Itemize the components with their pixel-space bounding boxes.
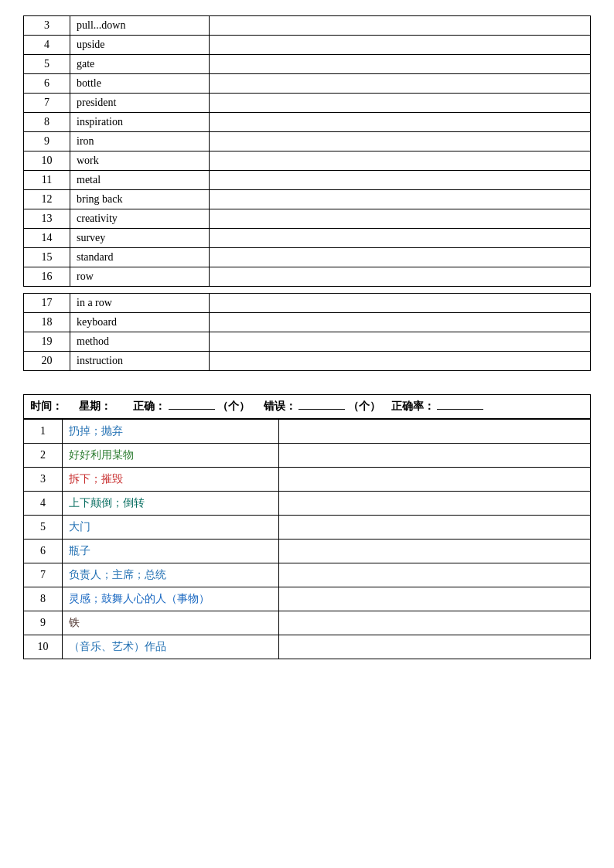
row-word: inspiration (70, 113, 210, 132)
correct-blank (169, 409, 215, 410)
row-empty (210, 94, 591, 113)
row-num: 1 (24, 420, 63, 444)
row-num: 2 (24, 444, 63, 468)
rate-label: 正确率： (391, 400, 435, 412)
error-unit: （个） (348, 400, 380, 412)
row-cn: 铁 (63, 611, 279, 635)
table-row: 15 standard (24, 248, 591, 267)
row-empty (210, 332, 591, 352)
row-word: survey (70, 229, 210, 248)
row-cn: 瓶子 (63, 540, 279, 563)
row-num: 6 (24, 540, 63, 563)
table-row: 16 row (24, 267, 591, 287)
row-empty (279, 420, 591, 444)
rate-blank (437, 409, 483, 410)
row-empty (210, 267, 591, 287)
row-num: 14 (24, 229, 70, 248)
table-row: 8 inspiration (24, 113, 591, 132)
row-empty (279, 468, 591, 492)
row-empty (279, 587, 591, 611)
table-row: 8 灵感；鼓舞人心的人（事物） (24, 587, 591, 611)
row-word: keyboard (70, 313, 210, 332)
row-word: work (70, 151, 210, 171)
row-empty (279, 492, 591, 516)
row-word: president (70, 94, 210, 113)
stats-row-table: 时间： 星期： 正确： （个） 错误： （个） 正确率： (23, 394, 591, 419)
row-empty (210, 248, 591, 267)
table-row: 3 拆下；摧毁 (24, 468, 591, 492)
table-row: 7 president (24, 94, 591, 113)
correct-unit: （个） (217, 400, 250, 412)
row-empty (279, 611, 591, 635)
row-num: 3 (24, 16, 70, 36)
table-row: 2 好好利用某物 (24, 444, 591, 468)
row-cn: 扔掉；抛弃 (63, 420, 279, 444)
row-num: 8 (24, 587, 63, 611)
row-empty (210, 132, 591, 151)
row-word: creativity (70, 209, 210, 229)
row-empty (279, 540, 591, 563)
row-empty (210, 352, 591, 371)
time-label: 时间： (30, 400, 63, 412)
row-num: 15 (24, 248, 70, 267)
row-num: 16 (24, 267, 70, 287)
row-num: 5 (24, 516, 63, 540)
row-empty (210, 74, 591, 94)
row-word: iron (70, 132, 210, 151)
table-row: 9 铁 (24, 611, 591, 635)
row-num: 7 (24, 94, 70, 113)
weekday-label: 星期： (79, 400, 111, 412)
row-empty (210, 16, 591, 36)
row-num: 4 (24, 36, 70, 55)
row-num: 19 (24, 332, 70, 352)
row-empty (210, 36, 591, 55)
table-row: 17 in a row (24, 294, 591, 313)
stats-cell: 时间： 星期： 正确： （个） 错误： （个） 正确率： (24, 395, 591, 419)
error-label: 错误： (264, 400, 296, 412)
table-row: 5 大门 (24, 516, 591, 540)
table-row: 10 work (24, 151, 591, 171)
row-word: row (70, 267, 210, 287)
row-num: 9 (24, 611, 63, 635)
row-word: pull...down (70, 16, 210, 36)
row-num: 10 (24, 151, 70, 171)
row-num: 8 (24, 113, 70, 132)
vocabulary-top-table: 3 pull...down 4 upside 5 gate 6 bottle 7… (23, 15, 591, 371)
row-num: 20 (24, 352, 70, 371)
row-cn: 负责人；主席；总统 (63, 563, 279, 587)
row-empty (210, 113, 591, 132)
row-cn: （音乐、艺术）作品 (63, 635, 279, 659)
correct-label: 正确： (133, 400, 165, 412)
row-empty (210, 313, 591, 332)
row-empty (210, 151, 591, 171)
row-num: 3 (24, 468, 63, 492)
row-empty (210, 294, 591, 313)
row-num: 4 (24, 492, 63, 516)
table-row: 1 扔掉；抛弃 (24, 420, 591, 444)
row-cn: 上下颠倒；倒转 (63, 492, 279, 516)
row-empty (210, 190, 591, 209)
row-empty (279, 635, 591, 659)
row-word: metal (70, 171, 210, 190)
row-num: 10 (24, 635, 63, 659)
row-num: 6 (24, 74, 70, 94)
row-empty (210, 55, 591, 74)
table-row: 11 metal (24, 171, 591, 190)
row-empty (210, 229, 591, 248)
row-word: in a row (70, 294, 210, 313)
row-cn: 灵感；鼓舞人心的人（事物） (63, 587, 279, 611)
table-row: 7 负责人；主席；总统 (24, 563, 591, 587)
table-row: 6 瓶子 (24, 540, 591, 563)
row-empty (279, 563, 591, 587)
table-row: 4 upside (24, 36, 591, 55)
row-word: standard (70, 248, 210, 267)
row-num: 7 (24, 563, 63, 587)
row-word: bring back (70, 190, 210, 209)
row-num: 18 (24, 313, 70, 332)
row-word: gate (70, 55, 210, 74)
row-cn: 好好利用某物 (63, 444, 279, 468)
row-num: 11 (24, 171, 70, 190)
table-row: 14 survey (24, 229, 591, 248)
table-row: 9 iron (24, 132, 591, 151)
table-row: 4 上下颠倒；倒转 (24, 492, 591, 516)
